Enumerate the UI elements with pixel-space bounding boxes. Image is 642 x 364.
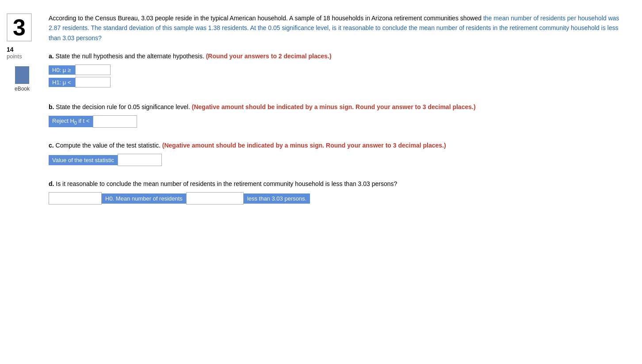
h1-input[interactable] xyxy=(75,77,111,87)
section-d: d. Is it reasonable to conclude the mean… xyxy=(49,179,629,205)
sidebar: 3 14 points eBook xyxy=(0,9,44,355)
points-label: points xyxy=(7,53,38,60)
stat-row: Value of the test statistic xyxy=(49,154,629,166)
stat-label: Value of the test statistic xyxy=(49,155,118,165)
part-c-instruction: (Negative amount should be indicated by … xyxy=(162,142,446,149)
conclude-input-1[interactable] xyxy=(49,192,102,205)
ebook-label: eBook xyxy=(7,86,38,92)
ebook-container[interactable]: eBook xyxy=(7,66,38,92)
highlight-b: 0.05 significance level. xyxy=(128,103,190,110)
part-c-letter: c. xyxy=(49,142,54,149)
section-c: c. Compute the value of the test statist… xyxy=(49,141,629,166)
section-a: a. State the null hypothesis and the alt… xyxy=(49,52,629,89)
part-a-letter: a. xyxy=(49,53,54,60)
conclude-end-label: less than 3.03 persons. xyxy=(244,193,310,204)
part-d-letter: d. xyxy=(49,180,54,187)
points-value: 14 xyxy=(7,46,38,53)
hypothesis-block: H0: μ ≥ H1: μ < xyxy=(49,64,111,89)
part-a-instruction: (Round your answers to 2 decimal places.… xyxy=(206,53,332,60)
h1-label: H1: μ < xyxy=(49,78,75,87)
part-b-label: b. State the decision rule for 0.05 sign… xyxy=(49,102,629,112)
conclude-mid-label: H0. Mean number of residents xyxy=(102,193,186,204)
ebook-icon xyxy=(15,66,29,84)
conclude-row: H0. Mean number of residents less than 3… xyxy=(49,192,629,205)
h1-row: H1: μ < xyxy=(49,77,111,87)
highlight-mean: the mean number of residents per househo… xyxy=(49,15,619,42)
section-b: b. State the decision rule for 0.05 sign… xyxy=(49,102,629,128)
part-a-label: a. State the null hypothesis and the alt… xyxy=(49,52,629,61)
h0-row: H0: μ ≥ xyxy=(49,64,111,75)
part-c-label: c. Compute the value of the test statist… xyxy=(49,141,629,150)
reject-input[interactable] xyxy=(93,115,137,128)
part-d-label: d. Is it reasonable to conclude the mean… xyxy=(49,179,629,189)
reject-row: Reject H0 if t < xyxy=(49,115,629,128)
conclude-input-2[interactable] xyxy=(186,192,244,205)
question-number: 3 xyxy=(7,13,32,42)
problem-text: According to the Census Bureau, 3.03 peo… xyxy=(49,13,629,43)
h0-label: H0: μ ≥ xyxy=(49,65,75,75)
part-b-letter: b. xyxy=(49,103,54,110)
part-b-instruction: (Negative amount should be indicated by … xyxy=(192,103,476,110)
stat-input[interactable] xyxy=(118,154,162,166)
highlight-d: the mean number of residents in the reti… xyxy=(133,180,397,187)
main-content: According to the Census Bureau, 3.03 peo… xyxy=(44,9,642,355)
h0-input[interactable] xyxy=(75,64,111,75)
reject-label: Reject H0 if t < xyxy=(49,116,93,127)
